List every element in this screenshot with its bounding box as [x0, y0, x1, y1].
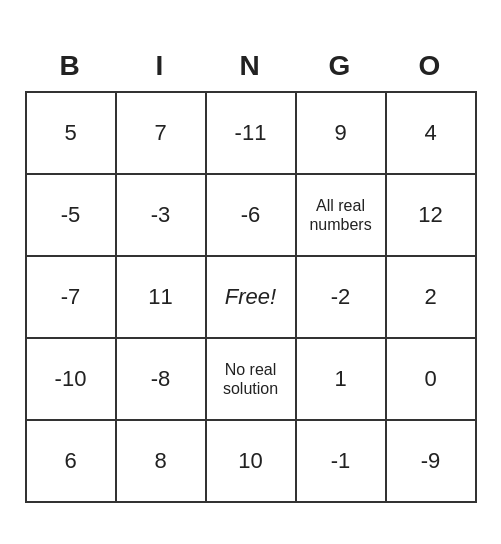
bingo-cell[interactable]: -11 [207, 93, 297, 175]
bingo-cell[interactable]: -8 [117, 339, 207, 421]
bingo-cell[interactable]: 1 [297, 339, 387, 421]
bingo-row: 6810-1-9 [27, 421, 477, 503]
header-letter: B [25, 41, 115, 91]
bingo-cell[interactable]: 5 [27, 93, 117, 175]
bingo-body: 57-1194-5-3-6All real numbers12-711Free!… [25, 91, 477, 503]
bingo-cell[interactable]: No real solution [207, 339, 297, 421]
bingo-cell[interactable]: -3 [117, 175, 207, 257]
bingo-row: 57-1194 [27, 93, 477, 175]
header-letter: O [385, 41, 475, 91]
bingo-cell[interactable]: 6 [27, 421, 117, 503]
bingo-cell[interactable]: -5 [27, 175, 117, 257]
bingo-cell[interactable]: 10 [207, 421, 297, 503]
bingo-cell[interactable]: 7 [117, 93, 207, 175]
bingo-cell[interactable]: 12 [387, 175, 477, 257]
bingo-header: BINGO [25, 41, 477, 91]
header-letter: I [115, 41, 205, 91]
bingo-row: -711Free!-22 [27, 257, 477, 339]
bingo-cell[interactable]: -6 [207, 175, 297, 257]
bingo-cell[interactable]: -7 [27, 257, 117, 339]
bingo-row: -10-8No real solution10 [27, 339, 477, 421]
header-letter: G [295, 41, 385, 91]
bingo-cell[interactable]: -2 [297, 257, 387, 339]
bingo-cell[interactable]: -9 [387, 421, 477, 503]
bingo-cell[interactable]: All real numbers [297, 175, 387, 257]
bingo-cell[interactable]: 4 [387, 93, 477, 175]
bingo-card: BINGO 57-1194-5-3-6All real numbers12-71… [25, 41, 477, 503]
bingo-cell[interactable]: -1 [297, 421, 387, 503]
bingo-cell[interactable]: 0 [387, 339, 477, 421]
bingo-cell[interactable]: 9 [297, 93, 387, 175]
bingo-cell[interactable]: 2 [387, 257, 477, 339]
bingo-cell[interactable]: -10 [27, 339, 117, 421]
bingo-cell[interactable]: 8 [117, 421, 207, 503]
bingo-cell[interactable]: 11 [117, 257, 207, 339]
bingo-row: -5-3-6All real numbers12 [27, 175, 477, 257]
header-letter: N [205, 41, 295, 91]
bingo-cell[interactable]: Free! [207, 257, 297, 339]
